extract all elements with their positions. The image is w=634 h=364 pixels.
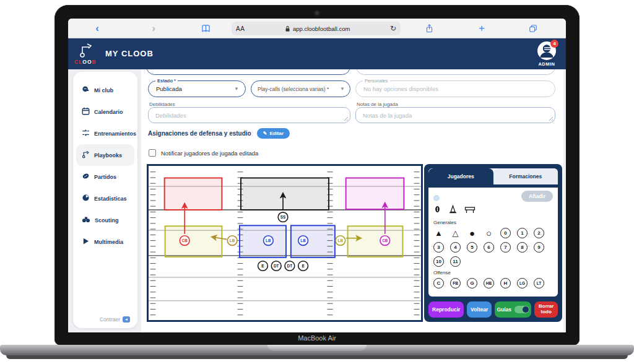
guias-switch[interactable] — [515, 306, 529, 313]
debilidades-textarea[interactable]: Debilidades — [148, 107, 350, 123]
switch-knob — [523, 306, 529, 313]
borrar-todo-button[interactable]: Borrar todo — [534, 301, 558, 318]
football-icon[interactable] — [433, 204, 441, 217]
football-field-canvas[interactable]: CBLBLBLBLBCBSSEDTDTE — [147, 164, 423, 322]
clipped-field-left[interactable] — [146, 69, 350, 75]
sidebar-item-playbooks[interactable]: Playbooks — [76, 144, 134, 166]
sidebar-item-estadisticas[interactable]: Estadisticas — [76, 188, 134, 209]
notification-badge: 4 — [550, 40, 558, 48]
general-number-9[interactable]: 9 — [534, 242, 544, 253]
forward-button[interactable]: › — [149, 19, 158, 38]
lock-icon — [285, 25, 290, 32]
svg-text:DT: DT — [274, 264, 279, 268]
account-menu[interactable]: 4 ADMIN — [532, 41, 561, 67]
general-number-7[interactable]: 7 — [500, 242, 511, 253]
player-marker-e[interactable]: E — [298, 261, 308, 271]
cone-icon[interactable] — [448, 204, 458, 217]
editar-button[interactable]: ✎ Editar — [257, 128, 290, 139]
reload-button[interactable]: ↻ — [390, 24, 396, 33]
reproducir-button[interactable]: Reproducir — [428, 301, 464, 318]
general-number-5[interactable]: 5 — [467, 242, 477, 253]
defense-zone[interactable] — [165, 226, 222, 257]
tabs-icon[interactable] — [528, 19, 539, 38]
player-marker-lb[interactable]: LB — [298, 236, 308, 246]
offense-position-hb[interactable]: HB — [484, 278, 494, 288]
defense-zone[interactable] — [241, 178, 329, 210]
defense-zone[interactable] — [346, 178, 404, 209]
ball-icon — [82, 172, 90, 181]
guias-toggle-button[interactable]: Guías — [495, 301, 531, 318]
general-shape-2[interactable]: ● — [467, 228, 477, 238]
general-number-11[interactable]: 11 — [450, 256, 461, 267]
personales-select[interactable]: Personales No hay opciones disponibles — [355, 80, 555, 97]
sidebar-item-label: Mi club — [94, 87, 113, 93]
general-number-0[interactable]: 0 — [500, 228, 511, 238]
sidebar-collapse-button[interactable]: Contraer ◄ — [100, 316, 130, 323]
tab-formaciones[interactable]: Formaciones — [493, 168, 558, 184]
voltear-button[interactable]: Voltear — [467, 301, 492, 318]
general-number-10[interactable]: 10 — [433, 256, 444, 267]
address-bar[interactable]: AA app.cloobfootball.com ↻ — [232, 22, 401, 35]
player-marker-e[interactable]: E — [258, 261, 268, 271]
browser-window: ‹ › AA app.cloobfootball.com ↻ + — [68, 19, 566, 332]
notas-placeholder: Notas de la jugada — [356, 112, 412, 119]
tab-jugadores[interactable]: Jugadores — [428, 168, 493, 184]
reader-view-button[interactable]: AA — [236, 25, 245, 32]
offense-position-lt[interactable]: LT — [534, 278, 544, 288]
general-shape-0[interactable]: ▲ — [433, 228, 444, 238]
debilidades-placeholder: Debilidades — [149, 112, 186, 119]
browser-toolbar: ‹ › AA app.cloobfootball.com ↻ + — [68, 19, 566, 38]
add-button[interactable]: Añadir — [521, 191, 553, 202]
sidebar-item-label: Scouting — [95, 217, 119, 223]
offense-position-fb[interactable]: FB — [450, 278, 461, 288]
bench-icon[interactable] — [464, 206, 476, 217]
highlight-dot — [433, 195, 440, 201]
sidebar-item-calendario[interactable]: Calendario — [76, 101, 134, 123]
player-marker-dt[interactable]: DT — [271, 261, 281, 271]
playcalls-select[interactable]: Play-calls (selecciona varias) * ▼ — [251, 80, 350, 97]
player-marker-cb[interactable]: CB — [180, 236, 189, 246]
offense-position-lg[interactable]: LG — [517, 278, 528, 288]
bookmarks-icon[interactable] — [200, 19, 211, 38]
sidebar-item-scouting[interactable]: Scouting — [76, 209, 134, 231]
back-button[interactable]: ‹ — [93, 19, 102, 38]
collapse-label: Contraer — [100, 316, 120, 323]
laptop-base-notch — [267, 345, 367, 351]
defense-zone[interactable] — [348, 226, 403, 257]
laptop-model-label: MacBook Air — [54, 334, 580, 342]
offense-position-c[interactable]: C — [433, 278, 444, 288]
generales-grid: ▲△●○01234567891011 — [433, 228, 553, 267]
general-number-2[interactable]: 2 — [534, 228, 544, 238]
general-number-6[interactable]: 6 — [484, 242, 494, 253]
app-header: CLOOB MY CLOOB 4 ADMIN — [68, 38, 566, 69]
general-shape-1[interactable]: △ — [450, 228, 461, 238]
notify-checkbox[interactable] — [149, 149, 156, 157]
general-shape-3[interactable]: ○ — [484, 228, 494, 238]
cloob-logo[interactable]: CLOOB — [74, 42, 103, 66]
play-icon — [82, 237, 90, 246]
player-marker-lb[interactable]: LB — [227, 236, 237, 246]
notas-textarea[interactable]: Notas de la jugada — [355, 107, 555, 123]
offense-position-h[interactable]: H — [500, 278, 511, 288]
general-number-1[interactable]: 1 — [517, 228, 528, 238]
player-marker-dt[interactable]: DT — [285, 261, 295, 271]
player-marker-cb[interactable]: CB — [380, 236, 390, 246]
clipped-field-right[interactable] — [356, 69, 555, 75]
general-number-3[interactable]: 3 — [433, 242, 444, 253]
general-number-4[interactable]: 4 — [450, 242, 461, 253]
sidebar-item-multimedia[interactable]: Multimedia — [76, 231, 134, 253]
new-tab-button[interactable]: + — [477, 19, 487, 38]
laptop-base — [0, 345, 634, 355]
general-number-8[interactable]: 8 — [517, 242, 528, 253]
player-marker-lb[interactable]: LB — [263, 236, 273, 246]
avatar[interactable]: 4 — [537, 41, 556, 60]
defense-zone[interactable] — [165, 178, 222, 210]
estado-select[interactable]: Estado * Publicada ▼ — [148, 80, 246, 97]
share-icon[interactable] — [423, 19, 435, 38]
sidebar-item-mi-club[interactable]: Mi club — [76, 79, 134, 101]
sidebar-item-partidos[interactable]: Partidos — [76, 166, 134, 188]
offense-position-g[interactable]: G — [467, 278, 477, 288]
player-marker-ss[interactable]: SS — [278, 212, 288, 222]
player-marker-lb[interactable]: LB — [336, 236, 345, 246]
sidebar-item-entrenamientos[interactable]: Entrenamientos — [76, 123, 134, 144]
